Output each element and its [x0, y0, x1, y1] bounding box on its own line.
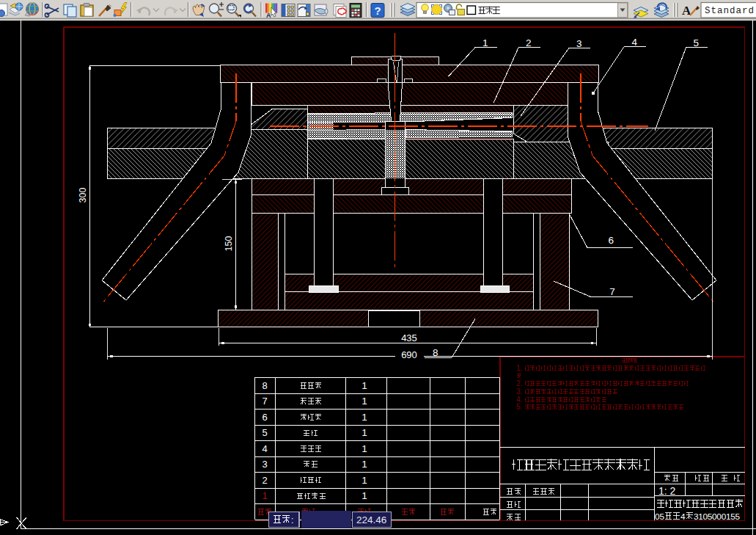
svg-text:A: A	[682, 4, 691, 18]
svg-text:Standard: Standard	[705, 6, 755, 16]
svg-text:6: 6	[262, 412, 267, 423]
svg-text:8: 8	[262, 380, 267, 391]
svg-text:1: 1	[362, 412, 367, 423]
svg-text:1: 1	[482, 37, 488, 48]
svg-text:4: 4	[632, 37, 638, 48]
svg-text:5: 5	[693, 37, 699, 48]
svg-text:1: 1	[262, 490, 267, 501]
svg-text:?: ?	[375, 4, 381, 17]
svg-text:1: 1	[362, 475, 367, 486]
svg-text:1: 1	[362, 443, 367, 454]
svg-text:7: 7	[262, 396, 267, 407]
svg-text:3.: 3.	[516, 387, 522, 396]
svg-text:1: 1	[362, 459, 367, 470]
svg-text:150: 150	[224, 236, 234, 252]
svg-text:1: 1	[362, 396, 367, 407]
svg-text:3: 3	[262, 459, 267, 470]
svg-text:7: 7	[609, 286, 615, 297]
svg-text:2.: 2.	[516, 379, 522, 387]
svg-text:435: 435	[401, 332, 417, 343]
svg-text:1: 2: 1: 2	[658, 485, 676, 497]
svg-text:5.: 5.	[516, 403, 522, 411]
svg-text:1.: 1.	[516, 364, 522, 372]
svg-text:2: 2	[526, 37, 532, 48]
svg-text:4: 4	[262, 443, 267, 454]
svg-text::: :	[291, 515, 293, 525]
svg-text:3: 3	[576, 38, 582, 49]
svg-text:3105000155: 3105000155	[694, 512, 740, 522]
svg-text:05: 05	[655, 512, 665, 522]
svg-text:1: 1	[362, 380, 367, 391]
svg-text:8: 8	[433, 347, 438, 358]
svg-text:1: 1	[362, 490, 367, 501]
svg-text:5: 5	[262, 427, 267, 438]
svg-text:2: 2	[262, 475, 267, 486]
svg-text:300: 300	[78, 188, 88, 203]
svg-text:4: 4	[680, 512, 686, 522]
svg-text:6: 6	[609, 235, 614, 246]
svg-text:224.46: 224.46	[356, 514, 386, 525]
svg-text:1: 1	[362, 427, 367, 438]
svg-text:A: A	[266, 12, 271, 19]
svg-text:690: 690	[401, 349, 417, 360]
